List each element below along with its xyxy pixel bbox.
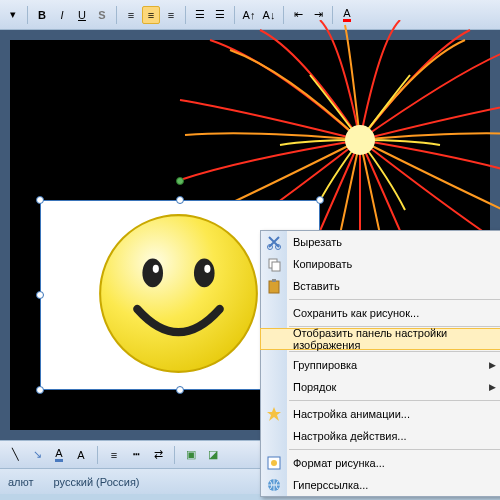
dash-style-icon[interactable]: ┅ — [127, 446, 145, 464]
bold-icon[interactable]: B — [33, 6, 51, 24]
svg-point-0 — [345, 125, 375, 155]
menu-label: Настройка анимации... — [293, 408, 410, 420]
menu-order[interactable]: Порядок ▶ — [261, 376, 500, 398]
copy-icon — [266, 256, 282, 272]
decrease-font-icon[interactable]: A↓ — [260, 6, 278, 24]
animation-icon — [266, 406, 282, 422]
menu-label: Группировка — [293, 359, 357, 371]
align-right-icon[interactable]: ≡ — [162, 6, 180, 24]
formatting-toolbar: ▾ B I U S ≡ ≡ ≡ ☰ ☰ A↑ A↓ ⇤ ⇥ A — [0, 0, 500, 30]
svg-point-2 — [142, 258, 163, 287]
format-icon — [266, 455, 282, 471]
rotate-handle[interactable] — [176, 177, 184, 185]
line-icon[interactable]: ╲ — [6, 446, 24, 464]
expand-icon[interactable]: ▾ — [4, 6, 22, 24]
menu-paste[interactable]: Вставить — [261, 275, 500, 297]
hyperlink-icon — [266, 477, 282, 493]
3d-style-icon[interactable]: ◪ — [204, 446, 222, 464]
menu-save-as-picture[interactable]: Сохранить как рисунок... — [261, 302, 500, 324]
resize-handle[interactable] — [36, 386, 44, 394]
resize-handle[interactable] — [316, 196, 324, 204]
smiley-face-image — [96, 211, 261, 376]
font-color-icon[interactable]: A — [50, 446, 68, 464]
italic-icon[interactable]: I — [53, 6, 71, 24]
indent-left-icon[interactable]: ⇤ — [289, 6, 307, 24]
svg-rect-10 — [269, 281, 279, 293]
menu-label: Настройка действия... — [293, 430, 407, 442]
menu-grouping[interactable]: Группировка ▶ — [261, 354, 500, 376]
slide-workspace: Вырезать Копировать Вставить Сохранить к… — [0, 30, 500, 440]
cut-icon — [266, 234, 282, 250]
underline-icon[interactable]: U — [73, 6, 91, 24]
context-menu: Вырезать Копировать Вставить Сохранить к… — [260, 230, 500, 497]
svg-point-14 — [271, 460, 277, 466]
indent-right-icon[interactable]: ⇥ — [309, 6, 327, 24]
resize-handle[interactable] — [36, 196, 44, 204]
menu-label: Отобразить панель настройки изображения — [293, 327, 492, 351]
submenu-arrow-icon: ▶ — [489, 382, 496, 392]
menu-cut[interactable]: Вырезать — [261, 231, 500, 253]
menu-copy[interactable]: Копировать — [261, 253, 500, 275]
menu-label: Порядок — [293, 381, 336, 393]
slide-canvas[interactable]: Вырезать Копировать Вставить Сохранить к… — [10, 40, 490, 430]
svg-point-4 — [153, 265, 159, 273]
svg-rect-9 — [272, 262, 280, 271]
text-icon[interactable]: A — [72, 446, 90, 464]
menu-label: Формат рисунка... — [293, 457, 385, 469]
align-center-icon[interactable]: ≡ — [142, 6, 160, 24]
paste-icon — [266, 278, 282, 294]
status-left-text: алют — [8, 476, 34, 488]
shadow-icon[interactable]: S — [93, 6, 111, 24]
arrow-style-icon[interactable]: ⇄ — [149, 446, 167, 464]
menu-label: Копировать — [293, 258, 352, 270]
menu-action-settings[interactable]: Настройка действия... — [261, 425, 500, 447]
svg-rect-11 — [272, 279, 276, 282]
resize-handle[interactable] — [176, 196, 184, 204]
menu-label: Гиперссылка... — [293, 479, 368, 491]
svg-marker-12 — [267, 407, 281, 421]
resize-handle[interactable] — [36, 291, 44, 299]
menu-label: Вставить — [293, 280, 340, 292]
menu-hyperlink[interactable]: Гиперссылка... — [261, 474, 500, 496]
svg-point-3 — [194, 258, 215, 287]
line-style-icon[interactable]: ≡ — [105, 446, 123, 464]
menu-label: Вырезать — [293, 236, 342, 248]
svg-point-5 — [204, 265, 210, 273]
arrow-line-icon[interactable]: ↘ — [28, 446, 46, 464]
submenu-arrow-icon: ▶ — [489, 360, 496, 370]
increase-font-icon[interactable]: A↑ — [240, 6, 258, 24]
font-color-icon[interactable]: A — [338, 6, 356, 24]
menu-format-picture[interactable]: Формат рисунка... — [261, 452, 500, 474]
shadow-style-icon[interactable]: ▣ — [182, 446, 200, 464]
bullet-list-icon[interactable]: ☰ — [211, 6, 229, 24]
menu-label: Сохранить как рисунок... — [293, 307, 419, 319]
status-language: русский (Россия) — [54, 476, 140, 488]
svg-point-1 — [100, 215, 257, 372]
menu-custom-animation[interactable]: Настройка анимации... — [261, 403, 500, 425]
resize-handle[interactable] — [176, 386, 184, 394]
align-left-icon[interactable]: ≡ — [122, 6, 140, 24]
menu-show-picture-toolbar[interactable]: Отобразить панель настройки изображения — [260, 328, 500, 350]
numbered-list-icon[interactable]: ☰ — [191, 6, 209, 24]
